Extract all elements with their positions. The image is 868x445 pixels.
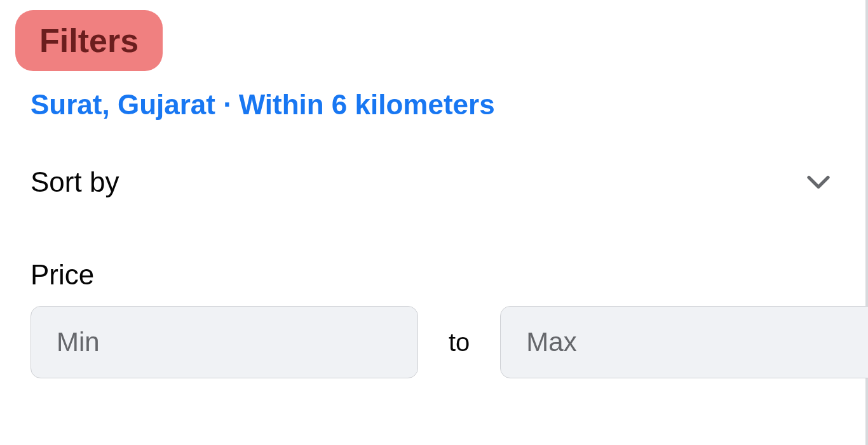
price-min-input[interactable]	[31, 306, 418, 378]
sort-by-label: Sort by	[31, 166, 119, 198]
price-label: Price	[31, 259, 835, 291]
price-range-row: to	[31, 306, 835, 378]
location-filter-link[interactable]: Surat, Gujarat · Within 6 kilometers	[31, 89, 835, 121]
sort-by-dropdown[interactable]: Sort by	[31, 166, 835, 198]
price-separator: to	[449, 328, 470, 357]
filters-heading: Filters	[15, 10, 163, 71]
chevron-down-icon	[807, 171, 830, 194]
filters-panel: Filters Surat, Gujarat · Within 6 kilome…	[0, 0, 868, 445]
price-max-input[interactable]	[500, 306, 868, 378]
